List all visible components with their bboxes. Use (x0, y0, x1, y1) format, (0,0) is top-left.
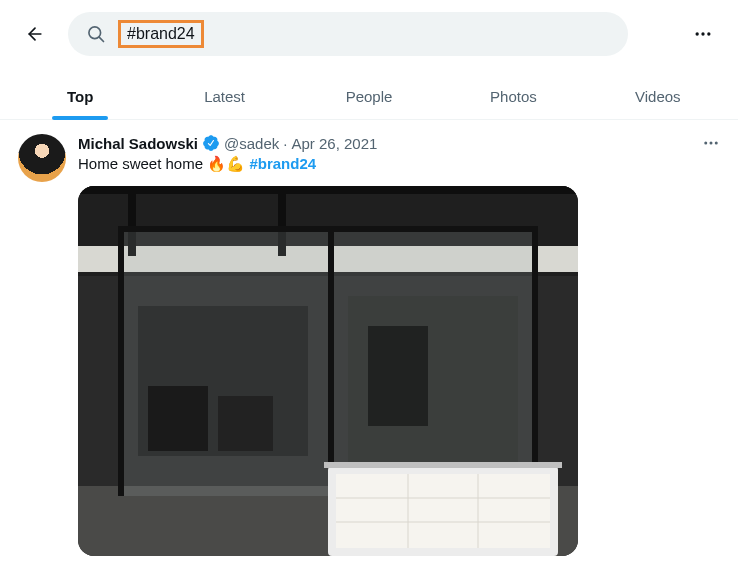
tweet-media[interactable] (78, 186, 578, 556)
tab-videos[interactable]: Videos (586, 74, 730, 119)
handle[interactable]: @sadek (224, 135, 279, 152)
arrow-left-icon (25, 24, 45, 44)
search-icon (86, 24, 106, 44)
tab-latest[interactable]: Latest (152, 74, 296, 119)
back-button[interactable] (18, 17, 52, 51)
avatar[interactable] (18, 134, 66, 182)
tweet[interactable]: Michal Sadowski @sadek · Apr 26, 2021 Ho… (0, 120, 738, 556)
search-query-text: #brand24 (118, 20, 204, 48)
svg-point-3 (696, 32, 699, 35)
svg-rect-16 (118, 226, 538, 232)
tweet-text: Home sweet home 🔥💪 #brand24 (78, 154, 720, 174)
svg-point-31 (715, 142, 718, 145)
svg-rect-23 (336, 474, 550, 548)
office-photo (78, 186, 578, 556)
verified-badge-icon (202, 134, 220, 152)
header-row: #brand24 (0, 0, 738, 64)
display-name[interactable]: Michal Sadowski (78, 135, 198, 152)
svg-rect-19 (218, 396, 273, 451)
more-icon (693, 24, 713, 44)
svg-point-29 (704, 142, 707, 145)
svg-point-30 (710, 142, 713, 145)
tweet-more-button[interactable] (702, 134, 720, 156)
tab-top[interactable]: Top (8, 74, 152, 119)
svg-rect-13 (118, 226, 124, 496)
tweet-header: Michal Sadowski @sadek · Apr 26, 2021 (78, 134, 720, 152)
svg-point-4 (701, 32, 704, 35)
tab-people[interactable]: People (297, 74, 441, 119)
svg-rect-18 (148, 386, 208, 451)
tab-photos[interactable]: Photos (441, 74, 585, 119)
svg-rect-9 (78, 186, 578, 194)
tweet-hashtag[interactable]: #brand24 (249, 155, 316, 172)
svg-rect-15 (532, 226, 538, 496)
more-icon (702, 134, 720, 152)
svg-rect-28 (324, 462, 562, 468)
svg-rect-14 (328, 226, 334, 496)
svg-rect-21 (368, 326, 428, 426)
header-more-button[interactable] (686, 17, 720, 51)
svg-line-2 (99, 37, 103, 41)
search-tabs: Top Latest People Photos Videos (0, 74, 738, 120)
tweet-text-body: Home sweet home 🔥💪 (78, 155, 249, 172)
search-input[interactable]: #brand24 (68, 12, 628, 56)
tweet-date[interactable]: Apr 26, 2021 (291, 135, 377, 152)
separator: · (283, 135, 287, 152)
svg-point-5 (707, 32, 710, 35)
tweet-body: Michal Sadowski @sadek · Apr 26, 2021 Ho… (78, 134, 720, 556)
